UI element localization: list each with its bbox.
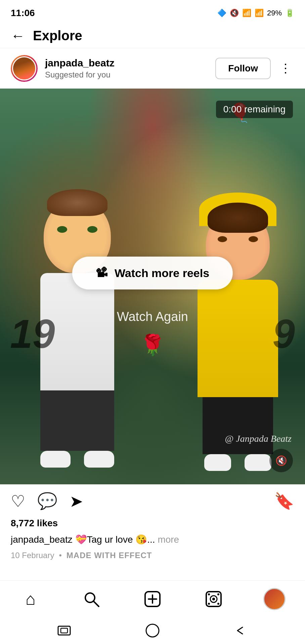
- nav-create[interactable]: [122, 590, 183, 608]
- rose-decoration: 🌹: [140, 333, 165, 357]
- date-dot: •: [59, 551, 61, 560]
- battery-percent: 29%: [267, 9, 282, 17]
- post-subtitle: Suggested for you: [45, 70, 215, 79]
- signal-icon: 📶: [255, 9, 264, 17]
- share-button[interactable]: ➤: [70, 492, 83, 511]
- bottom-nav: ⌂: [0, 580, 305, 617]
- svg-point-10: [208, 603, 210, 605]
- watermark: @ Janpada Beatz: [225, 433, 292, 444]
- mute-icon: 🔇: [275, 455, 287, 466]
- post-username[interactable]: janpada_beatz: [45, 57, 215, 69]
- number-overlay-right: 9: [272, 311, 295, 357]
- android-home[interactable]: [145, 623, 160, 638]
- mute-button[interactable]: 🔇: [269, 449, 293, 472]
- date-row: 10 February • MADE WITH EFFECT: [0, 551, 305, 568]
- nav-profile[interactable]: [244, 588, 305, 610]
- android-nav: [0, 617, 305, 644]
- save-button[interactable]: 🔖: [274, 492, 294, 511]
- status-bar: 11:06 🔷 🔇 📶 📶 29% 🔋: [0, 0, 305, 23]
- svg-point-9: [217, 593, 219, 595]
- likes-count: 8,772 likes: [0, 518, 305, 533]
- more-options-button[interactable]: ⋮: [277, 61, 294, 75]
- svg-point-14: [146, 624, 159, 637]
- girl-pants: [203, 397, 273, 454]
- post-header: janpada_beatz Suggested for you Follow ⋮: [0, 48, 305, 89]
- video-container[interactable]: 🎈: [0, 89, 305, 484]
- android-recents[interactable]: [57, 626, 71, 636]
- reels-icon: 📽: [96, 266, 108, 280]
- page-title: Explore: [33, 28, 82, 43]
- watch-again-button[interactable]: Watch Again: [117, 310, 188, 324]
- bluetooth-icon: 🔷: [217, 9, 226, 17]
- top-nav: ← Explore: [0, 23, 305, 48]
- nav-reels[interactable]: [183, 590, 244, 608]
- timer-badge: 0:00 remaining: [216, 101, 293, 118]
- battery-icon: 🔋: [285, 9, 294, 17]
- caption-text: janpada_beatz 💝Tag ur love 😘...: [11, 534, 155, 545]
- nav-search[interactable]: [61, 590, 122, 608]
- svg-point-8: [208, 593, 210, 595]
- character-girl: [191, 209, 285, 417]
- girl-body: [198, 280, 278, 397]
- watch-more-label: Watch more reels: [115, 267, 209, 280]
- nav-home[interactable]: ⌂: [0, 589, 61, 609]
- svg-rect-13: [61, 628, 68, 633]
- character-boy: [27, 199, 128, 417]
- post-header-actions: Follow ⋮: [215, 58, 294, 79]
- svg-rect-12: [58, 626, 70, 635]
- post-actions-row: ♡ 💬 ➤ 🔖: [0, 484, 305, 518]
- avatar[interactable]: [11, 55, 38, 82]
- caption-more[interactable]: more: [158, 534, 179, 545]
- android-back[interactable]: [234, 626, 248, 636]
- svg-point-11: [217, 603, 219, 605]
- status-time: 11:06: [11, 8, 35, 18]
- action-icons-left: ♡ 💬 ➤: [11, 492, 274, 511]
- number-overlay-left: 19: [10, 311, 55, 357]
- post-meta: janpada_beatz Suggested for you: [45, 57, 215, 79]
- caption: janpada_beatz 💝Tag ur love 😘... more: [0, 533, 305, 551]
- post-hashtag: MADE WITH EFFECT: [67, 551, 152, 560]
- follow-button[interactable]: Follow: [215, 58, 271, 79]
- like-button[interactable]: ♡: [11, 492, 25, 511]
- mute-icon: 🔇: [230, 9, 239, 17]
- boy-pants: [40, 390, 114, 451]
- svg-line-1: [93, 601, 99, 606]
- wifi-icon: 📶: [242, 9, 251, 17]
- status-icons: 🔷 🔇 📶 📶 29% 🔋: [217, 9, 294, 17]
- post-date: 10 February: [11, 551, 54, 560]
- svg-point-7: [212, 598, 215, 600]
- watch-more-reels-button[interactable]: 📽 Watch more reels: [72, 257, 233, 289]
- back-button[interactable]: ←: [11, 29, 25, 43]
- comment-button[interactable]: 💬: [37, 492, 57, 511]
